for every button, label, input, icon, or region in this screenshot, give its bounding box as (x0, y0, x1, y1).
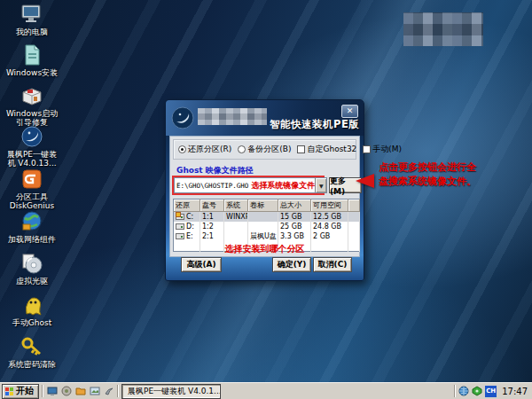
icon-label: Windows安装 (0, 68, 64, 77)
icon-label: 分区工具 DiskGenius (0, 192, 64, 210)
key-icon (20, 334, 44, 359)
language-indicator[interactable]: CH (485, 386, 497, 397)
dialog-titlebar[interactable]: 智能快速装机PE版 ✕ (166, 100, 364, 136)
table-row-drive-d[interactable]: D: 1:2 25 GB 24.8 GB (174, 222, 360, 231)
checkbox-icon[interactable] (297, 145, 305, 153)
chevron-down-icon[interactable]: ▼ (315, 178, 326, 192)
radio-label: 备份分区(B) (247, 144, 291, 155)
checkbox-custom-ghost32[interactable]: 自定Ghost32 (297, 144, 356, 155)
start-label: 开始 (16, 385, 34, 397)
mode-options-group: 还原分区(R) 备份分区(B) 自定Ghost32 手动(M) (173, 139, 356, 160)
advanced-button[interactable]: 高级(A) (181, 257, 222, 272)
pe-logo-icon (20, 124, 44, 149)
cancel-button[interactable]: 取消(C) (313, 257, 352, 272)
drive-icon (176, 233, 184, 239)
partition-annotation: 选择安装到哪个分区 (170, 243, 359, 255)
start-button[interactable]: 开始 (2, 384, 39, 399)
annotation-arrow-icon (356, 174, 374, 188)
diskgenius-icon (20, 167, 44, 192)
install-file-icon (20, 43, 44, 67)
drive-icon (176, 214, 184, 220)
table-row-drive-e[interactable]: E: 2:1 晨枫U盘 3.3 GB 2 GB (174, 231, 360, 241)
task-button-pe-installer[interactable]: 晨枫PE一键装机 V4.0.1... (121, 384, 221, 399)
radio-backup-partition[interactable]: 备份分区(B) (238, 144, 291, 155)
table-header-row: 还原 盘号 系统 卷标 总大小 可用空间 (174, 200, 360, 212)
icon-label: 晨枫PE一键装 机 V4.0.13... (0, 150, 64, 168)
icon-label: 加载网络组件 (0, 235, 64, 244)
quicklaunch-folder-icon[interactable] (74, 386, 86, 397)
annotation-text: 点击更多按钮会进行全 盘搜索系统镜像文件。 (379, 160, 487, 189)
desktop-icon-boot-repair[interactable]: Windows启动 引导修复 (0, 83, 64, 127)
windows-flag-icon (5, 387, 13, 395)
icon-label: 我的电脑 (0, 27, 64, 36)
tray-network-icon[interactable] (472, 386, 482, 396)
icon-label: 手动Ghost (0, 318, 64, 327)
desktop-icon-network[interactable]: 加载网络组件 (0, 209, 64, 244)
disc-icon (20, 251, 44, 276)
toolbox-icon (20, 83, 44, 108)
annotation-line2: 盘搜索系统镜像文件。 (379, 175, 487, 189)
installer-dialog: 智能快速装机PE版 ✕ 还原分区(R) 备份分区(B) 自定Ghost32 (165, 99, 364, 281)
globe-icon (20, 209, 44, 234)
annotation-line1: 点击更多按钮会进行全 (379, 160, 487, 175)
col-header[interactable]: 系统 (224, 200, 248, 212)
quicklaunch-monitor-icon[interactable] (46, 386, 58, 397)
system-tray: CH 17:47 (454, 385, 532, 397)
desktop-icon-manual-ghost[interactable]: 手动Ghost (0, 293, 64, 327)
image-path-combobox[interactable]: E:\GHO\GHOSTIP.GHO 选择系统镜像文件 ▼ (174, 177, 327, 193)
quicklaunch-picture-icon[interactable] (89, 386, 100, 397)
taskbar-divider (42, 385, 43, 397)
ok-button[interactable]: 确定(Y) (272, 257, 311, 272)
desktop-icon-pe-installer[interactable]: 晨枫PE一键装 机 V4.0.13... (0, 124, 64, 168)
taskbar: 开始 晨枫PE一键装机 V4.0.1... CH 17:47 (0, 382, 532, 399)
radio-selected-icon[interactable] (178, 145, 186, 153)
radio-restore-partition[interactable]: 还原分区(R) (178, 144, 231, 155)
censored-watermark (403, 12, 483, 46)
tray-globe-icon[interactable] (458, 386, 469, 396)
col-header[interactable]: 可用空间 (311, 200, 348, 212)
close-icon[interactable]: ✕ (341, 105, 358, 118)
radio-icon[interactable] (238, 145, 246, 153)
col-header[interactable]: 总大小 (278, 200, 311, 212)
ghost-icon (20, 293, 44, 317)
icon-label: 系统密码清除 (0, 360, 64, 369)
taskbar-divider (117, 385, 119, 397)
icon-label: 虚拟光驱 (0, 277, 64, 286)
col-header (348, 200, 360, 212)
task-button-label: 晨枫PE一键装机 V4.0.1... (128, 386, 221, 397)
desktop-icon-my-computer[interactable]: 我的电脑 (0, 2, 64, 36)
quicklaunch-app-icon[interactable] (60, 386, 72, 397)
desktop-wallpaper: 我的电脑 Windows安装 Windows启动 引导修复 晨枫PE一键装 机 … (0, 0, 532, 399)
col-header[interactable]: 卷标 (248, 200, 278, 212)
taskbar-clock: 17:47 (499, 387, 528, 396)
checkbox-label: 自定Ghost32 (307, 144, 356, 155)
drive-icon (176, 223, 184, 230)
desktop-icon-diskgenius[interactable]: 分区工具 DiskGenius (0, 167, 64, 210)
dialog-title: 智能快速装机PE版 (270, 118, 359, 131)
desktop-icon-virtual-cd[interactable]: 虚拟光驱 (0, 251, 64, 286)
desktop-icon-password-clear[interactable]: 系统密码清除 (0, 334, 64, 369)
table-row-drive-c[interactable]: C: 1:1 WINXP 15 GB 12.5 GB (174, 212, 360, 223)
dialog-body: 还原分区(R) 备份分区(B) 自定Ghost32 手动(M) Ghost 映像… (169, 136, 360, 257)
checkbox-manual[interactable]: 手动(M) (363, 144, 402, 155)
checkbox-icon[interactable] (363, 145, 371, 153)
desktop-icon-windows-install[interactable]: Windows安装 (0, 43, 64, 77)
col-header[interactable]: 还原 (174, 200, 200, 212)
image-path-value: E:\GHO\GHOSTIP.GHO (175, 182, 248, 190)
radio-label: 还原分区(R) (188, 144, 231, 155)
taskbar-divider (454, 385, 456, 397)
col-header[interactable]: 盘号 (200, 200, 224, 212)
quicklaunch-tool-icon[interactable] (103, 386, 114, 397)
censored-brand-name (198, 108, 267, 125)
computer-icon (20, 2, 44, 27)
checkbox-label: 手动(M) (372, 144, 402, 155)
image-path-annotation: 选择系统镜像文件 (251, 180, 315, 192)
pe-logo-icon (171, 106, 194, 129)
image-path-highlight-box: E:\GHO\GHOSTIP.GHO 选择系统镜像文件 ▼ (172, 176, 325, 195)
